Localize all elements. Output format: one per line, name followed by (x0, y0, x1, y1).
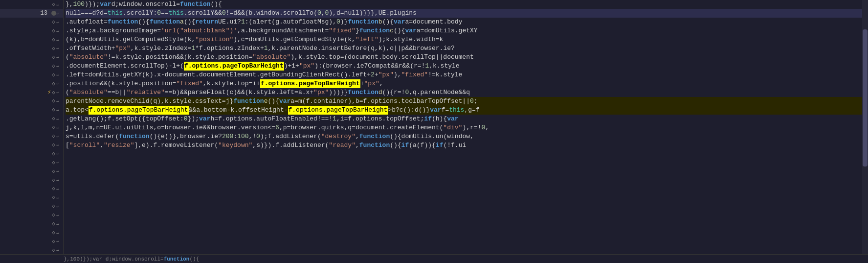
bullet-icon-c10: ◇ (52, 97, 55, 104)
bullet-icon-c27: ◇ (52, 247, 55, 253)
gutter-row-c26: ◇ ↵ (0, 237, 63, 245)
gutter-row-c5: ◇ ↵ (0, 52, 63, 61)
code-editor: ◇ ↵ 13 ↵ ◇ ↵ ◇ ↵ ◇ ↵ ◇ ↵ ◇ ↵ (0, 0, 868, 263)
gutter-row-c13: ◇ ↵ (0, 123, 63, 132)
bullet-icon-c3: ◇ (52, 36, 55, 43)
vertical-scrollbar[interactable] (862, 0, 868, 263)
bullet-icon-c17: ◇ (52, 159, 55, 166)
bullet-icon-c25: ◇ (52, 229, 55, 236)
bullet-icon-c19: ◇ (52, 177, 55, 183)
bullet-icon-c23: ◇ (52, 212, 55, 218)
code-content[interactable]: },100)});var d;window.onscroll=function(… (64, 0, 868, 263)
code-line-defer: s=utils.defer(function(){e()},browser.ie… (66, 132, 868, 141)
code-line-pagetopbar2: .position&&(k.style.position="fixed",k.s… (66, 79, 868, 88)
bullet-icon-c18: ◇ (52, 168, 55, 174)
code-line-getlang: .getLang();f.setOpt({topOffset:0});var h… (66, 115, 868, 123)
gutter-row-c3: ◇ ↵ (0, 35, 63, 44)
highlight-pageTopBarHeight-2: f.options.pageTopBarHeight (260, 79, 360, 88)
bullet-icon-c4: ◇ (52, 45, 55, 51)
gutter-row-c16: ◇ ↵ (0, 149, 63, 158)
code-line-offsetwidth: .offsetWidth+"px",k.style.zIndex=1*f.opt… (66, 44, 868, 53)
bottom-suffix-text: (){ (189, 256, 199, 262)
gutter-row-c12: ◇ ↵ (0, 114, 63, 123)
warning-icon-c9: ⚡ (47, 89, 51, 96)
bottom-function-keyword: function (164, 256, 190, 262)
bullet-icon-c26: ◇ (52, 238, 55, 244)
code-line-getXY: (k),b=domUtils.getComputedStyle(k,"posit… (66, 35, 868, 44)
breakpoint-13[interactable] (51, 11, 56, 16)
gutter-row-c27: ◇ ↵ (0, 245, 63, 254)
bullet-icon-c1: ◇ (52, 19, 55, 25)
bullet-icon-c2: ◇ (52, 27, 55, 34)
bottom-bar: },100)});var d;window.onscroll=function(… (0, 254, 868, 263)
code-line-scroll-resize: ["scroll","resize"],e).f.removeListener(… (66, 141, 868, 150)
code-line-pagetopbar3: a.top<f.options.pageTopBarHeight&&a.bott… (66, 106, 868, 115)
gutter-row-c4: ◇ ↵ (0, 44, 63, 53)
bullet-icon-c15: ◇ (52, 142, 55, 148)
code-line-absolute2: ("absolute"==b||"relative"==b)&&parseFlo… (66, 88, 868, 97)
code-line-style: .style;a.backgroundImage='url("about:bla… (66, 26, 868, 35)
bullet-icon-c12: ◇ (52, 115, 55, 121)
bullet-icon-c7: ◇ (52, 72, 55, 78)
gutter-row-c11: ◇ ↵ (0, 105, 63, 114)
gutter-row-c23: ◇ ↵ (0, 211, 63, 219)
gutter-row-c14: ◇ ↵ (0, 132, 63, 141)
gutter-row-c22: ◇ ↵ (0, 202, 63, 211)
bullet-icon-c11: ◇ (52, 106, 55, 113)
bullet-icon-c20: ◇ (52, 185, 55, 191)
line-number-gutter: ◇ ↵ 13 ↵ ◇ ↵ ◇ ↵ ◇ ↵ ◇ ↵ ◇ ↵ (0, 0, 64, 263)
scrollbar-thumb[interactable] (863, 29, 868, 167)
gutter-row-c7: ◇ ↵ (0, 70, 63, 79)
line-number-13: 13 (41, 10, 47, 17)
gutter-row-c6: ◇ ↵ (0, 61, 63, 70)
highlight-pageTopBarHeight-3a: f.options.pageTopBarHeight (89, 106, 189, 115)
gutter-row-c8: ◇ ↵ (0, 79, 63, 88)
gutter-row-c2: ◇ ↵ (0, 26, 63, 35)
gutter-row-c9: ⚡ ◇ ↵ (0, 88, 63, 96)
code-line-top: },100)});var d;window.onscroll=function(… (66, 0, 868, 9)
code-line-pagetopbar1: .documentElement.scrollTop)-l+(f.options… (66, 62, 868, 71)
gutter-row-c25: ◇ ↵ (0, 228, 63, 237)
code-line-jklmn: j,k,l,m,n=UE.ui.uiUtils,o=browser.ie&&br… (66, 123, 868, 132)
gutter-row-c10: ◇ ↵ (0, 96, 63, 105)
gutter-row-c15: ◇ ↵ (0, 141, 63, 149)
bullet-icon-c8: ◇ (52, 80, 55, 87)
bullet-icon-c13: ◇ (52, 124, 55, 130)
gutter-row-c19: ◇ ↵ (0, 175, 63, 184)
bullet-icon-c14: ◇ (52, 133, 55, 139)
bullet-icon-c21: ◇ (52, 194, 55, 200)
code-line-absolute1: ("absolute"!=k.style.position&&(k.style.… (66, 53, 868, 62)
code-line-13: null===d?d=this.scrollY:0==this.scrollY&… (66, 9, 868, 18)
gutter-row-c18: ◇ ↵ (0, 167, 63, 175)
code-line-autofloat: .autofloat=function(){function a(){retur… (66, 18, 868, 26)
bullet-icon-c16: ◇ (52, 150, 55, 157)
bullet-icon-c22: ◇ (52, 203, 55, 209)
gutter-row-13: 13 ↵ (0, 9, 63, 18)
gutter-row-c1: ◇ ↵ (0, 18, 63, 26)
bullet-icon-c24: ◇ (52, 220, 55, 227)
code-line-left-domutils: .left=domUtils.getXY(k).x-document.docum… (66, 71, 868, 79)
gutter-row-c21: ◇ ↵ (0, 193, 63, 202)
gutter-row-top: ◇ ↵ (0, 0, 63, 9)
highlight-pageTopBarHeight-3b: f.options.pageTopBarHeight (288, 106, 388, 115)
code-line-removechild: parentNode.removeChild(q),k.style.cssTex… (66, 97, 868, 106)
bottom-prefix-text: },100)});var d;window.onscroll= (64, 256, 164, 262)
bullet-icon-c9: ◇ (52, 89, 55, 96)
highlight-pageTopBarHeight-1: f.options.pageTopBarHeight (184, 62, 284, 71)
gutter-row-c17: ◇ ↵ (0, 158, 63, 167)
gutter-row-c24: ◇ ↵ (0, 219, 63, 228)
bullet-icon: ◇ (52, 1, 55, 7)
gutter-row-c20: ◇ ↵ (0, 184, 63, 193)
bullet-icon-c6: ◇ (52, 63, 55, 69)
bullet-icon-c5: ◇ (52, 54, 55, 60)
